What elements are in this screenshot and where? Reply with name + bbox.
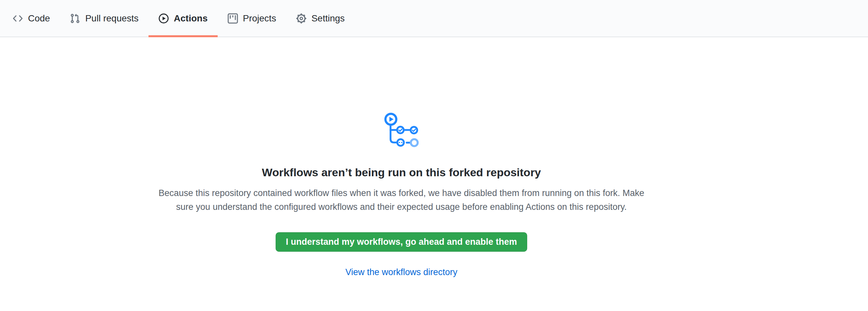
view-workflows-directory-link[interactable]: View the workflows directory: [345, 267, 457, 277]
tab-code[interactable]: Code: [3, 0, 60, 37]
play-circle-icon: [158, 13, 169, 24]
description-line-1: Because this repository contained workfl…: [158, 186, 644, 200]
tab-settings[interactable]: Settings: [286, 0, 354, 37]
gear-icon: [296, 13, 307, 24]
tab-label: Pull requests: [85, 14, 138, 23]
description: Because this repository contained workfl…: [158, 186, 644, 214]
project-board-icon: [227, 13, 238, 24]
tab-actions[interactable]: Actions: [149, 0, 218, 37]
actions-blank-slate: Workflows aren’t being run on this forke…: [0, 37, 803, 277]
tab-label: Actions: [174, 14, 208, 23]
page-title: Workflows aren’t being run on this forke…: [262, 165, 541, 180]
code-icon: [12, 13, 23, 24]
tab-label: Code: [28, 14, 50, 23]
tab-pull-requests[interactable]: Pull requests: [60, 0, 149, 37]
workflow-graph-icon: [383, 112, 420, 150]
tab-label: Settings: [311, 14, 345, 23]
tab-label: Projects: [243, 14, 276, 23]
enable-workflows-button[interactable]: I understand my workflows, go ahead and …: [276, 232, 527, 252]
git-pull-request-icon: [70, 13, 80, 24]
description-line-2: sure you understand the configured workf…: [158, 200, 644, 214]
repo-nav: Code Pull requests Actions: [0, 0, 868, 37]
tab-projects[interactable]: Projects: [218, 0, 286, 37]
